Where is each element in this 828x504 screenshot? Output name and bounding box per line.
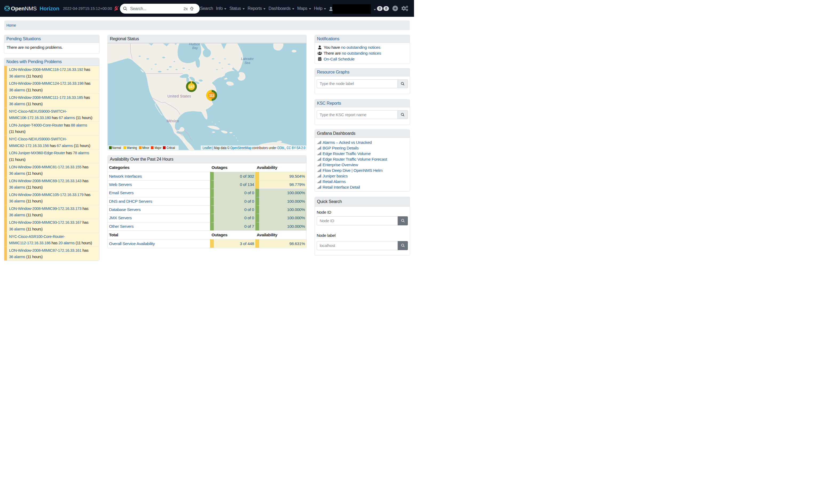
svg-text:Labrador: Labrador [241,57,254,61]
svg-text:Hudson: Hudson [189,43,200,46]
svg-text:Sea: Sea [244,61,250,65]
svg-text:United States: United States [167,94,191,98]
svg-text:Bay: Bay [192,46,198,50]
svg-text:111: 111 [209,93,214,97]
svg-text:México: México [167,119,179,123]
svg-text:117: 117 [189,85,194,89]
